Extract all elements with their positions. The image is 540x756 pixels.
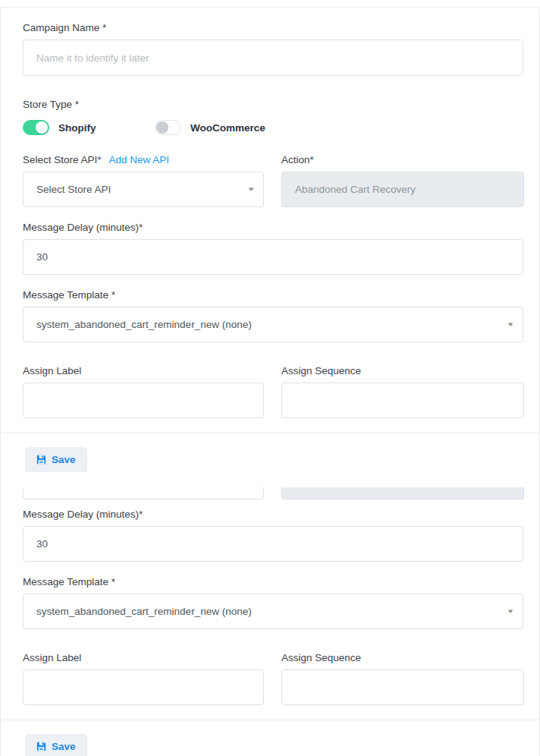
store-type-toggle-row: Shopify WooCommerce — [23, 120, 523, 135]
message-template-field: Message Template * system_abandoned_cart… — [23, 289, 523, 342]
message-template-label: Message Template * — [23, 289, 523, 301]
assign-sequence-input[interactable] — [281, 383, 524, 418]
campaign-form-page: Campaign Name * Store Type * Shopify Woo… — [0, 0, 540, 756]
campaign-name-label: Campaign Name * — [23, 22, 523, 33]
store-api-action-row: Select Store API* Add New API Select Sto… — [23, 154, 523, 207]
message-delay-field: Message Delay (minutes)* — [23, 222, 523, 275]
cropped-inputs-row — [23, 487, 523, 499]
store-type-label: Store Type * — [23, 99, 523, 110]
action-field: Action* Abandoned Cart Recovery — [281, 154, 524, 207]
shopify-toggle-label: Shopify — [58, 122, 96, 134]
store-api-selected-value: Select Store API — [36, 184, 111, 195]
assign-sequence-input-2[interactable] — [281, 669, 524, 705]
chevron-down-icon: ▼ — [246, 187, 255, 193]
save-button[interactable]: Save — [25, 447, 87, 472]
campaign-name-input[interactable] — [23, 39, 523, 76]
assign-label-field-2: Assign Label — [23, 652, 264, 705]
message-delay-input[interactable] — [23, 239, 523, 275]
store-api-label: Select Store API* — [23, 154, 102, 165]
save-button-2[interactable]: Save — [25, 734, 87, 756]
action-disabled-input-cropped — [281, 487, 524, 499]
store-api-select[interactable]: Select Store API ▼ — [23, 172, 264, 207]
assign-sequence-label: Assign Sequence — [281, 652, 524, 663]
action-label: Action* — [281, 154, 524, 165]
assign-sequence-field-2: Assign Sequence — [281, 652, 524, 705]
assign-row: Assign Label Assign Sequence — [23, 365, 523, 418]
woocommerce-toggle[interactable] — [155, 120, 181, 135]
campaign-name-field: Campaign Name * — [23, 22, 523, 76]
add-new-api-link[interactable]: Add New API — [109, 154, 170, 165]
assign-sequence-field: Assign Sequence — [281, 365, 524, 418]
message-delay-label: Message Delay (minutes)* — [23, 222, 523, 233]
message-template-field-2: Message Template * system_abandoned_cart… — [23, 576, 523, 629]
store-type-field: Store Type * Shopify WooCommerce — [23, 99, 523, 135]
chevron-down-icon: ▼ — [506, 322, 514, 328]
message-template-selected-value: system_abandoned_cart_reminder_new (none… — [36, 606, 252, 617]
message-template-select[interactable]: system_abandoned_cart_reminder_new (none… — [23, 307, 523, 342]
assign-label-label: Assign Label — [23, 365, 264, 376]
message-delay-input-2[interactable] — [23, 526, 523, 562]
save-row-2: Save — [23, 720, 523, 756]
message-template-select-2[interactable]: system_abandoned_cart_reminder_new (none… — [23, 594, 523, 629]
assign-sequence-label: Assign Sequence — [281, 365, 524, 376]
woocommerce-toggle-group: WooCommerce — [155, 120, 265, 135]
toggle-knob — [36, 121, 48, 134]
chevron-down-icon: ▼ — [506, 609, 514, 615]
store-api-field: Select Store API* Add New API Select Sto… — [23, 154, 264, 207]
woocommerce-toggle-label: WooCommerce — [190, 122, 265, 134]
message-template-label: Message Template * — [23, 576, 523, 587]
message-template-selected-value: system_abandoned_cart_reminder_new (none… — [36, 319, 252, 330]
message-delay-label: Message Delay (minutes)* — [23, 509, 523, 520]
assign-label-input[interactable] — [23, 383, 264, 418]
save-button-label: Save — [52, 741, 76, 752]
save-floppy-icon — [36, 742, 46, 751]
save-row: Save — [23, 433, 523, 487]
action-value: Abandoned Cart Recovery — [295, 184, 416, 195]
message-delay-field-2: Message Delay (minutes)* — [23, 509, 523, 562]
assign-label-input-2[interactable] — [23, 669, 264, 705]
action-disabled-input: Abandoned Cart Recovery — [281, 172, 524, 207]
shopify-toggle-group: Shopify — [23, 120, 155, 135]
save-floppy-icon — [36, 455, 46, 465]
save-button-label: Save — [52, 454, 76, 465]
assign-label-label: Assign Label — [23, 652, 264, 663]
store-api-select-cropped[interactable] — [23, 487, 264, 499]
assign-label-field: Assign Label — [23, 365, 264, 418]
assign-row-2: Assign Label Assign Sequence — [23, 652, 523, 705]
toggle-knob — [156, 121, 168, 134]
shopify-toggle[interactable] — [23, 120, 49, 135]
campaign-form-card: Campaign Name * Store Type * Shopify Woo… — [0, 7, 540, 756]
